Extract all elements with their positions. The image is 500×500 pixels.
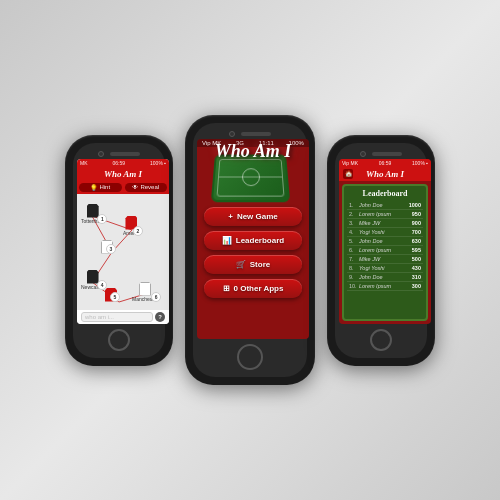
home-button-1[interactable]	[108, 329, 130, 351]
field-center-circle	[241, 168, 259, 186]
player-number-5: 5	[110, 292, 120, 302]
lb-name-7: Mike JW	[359, 256, 412, 262]
phone1-app-title: Who Am I	[104, 169, 142, 179]
field-logo: Who Am I	[213, 153, 293, 203]
leaderboard-row-5: 5. John Doe 630	[347, 237, 423, 246]
status-left-1: MK	[80, 160, 88, 166]
phone3-header: 🏠 Who Am I	[339, 167, 431, 181]
phone2-bottom-bar	[197, 339, 303, 373]
main-title: Who Am I	[215, 141, 291, 161]
leaderboard-row-3: 3. Mike JW 900	[347, 219, 423, 228]
status-battery-3: 100% ▪	[412, 160, 428, 166]
leaderboard-row-1: 1. John Doe 1000	[347, 201, 423, 210]
other-apps-label: 0 Other Apps	[234, 284, 284, 293]
phone1-header: Who Am I	[77, 167, 169, 181]
phone1-bottom-bar	[77, 324, 161, 354]
jersey-4	[87, 270, 99, 284]
lb-rank-5: 5.	[349, 238, 359, 244]
home-button-2[interactable]	[237, 344, 263, 370]
status-time-1: 06:59	[113, 160, 126, 166]
phone1-bottom: who am i... ?	[77, 310, 169, 324]
leaderboard-container: Leaderboard 1. John Doe 1000 2. Lorem Ip…	[342, 184, 428, 321]
speaker-phone2	[241, 132, 271, 136]
lb-rank-2: 2.	[349, 211, 359, 217]
logo-area: Who Am I	[209, 147, 297, 207]
hint-label: Hint	[99, 184, 110, 190]
player-number-1: 1	[97, 214, 107, 224]
camera-phone1	[98, 151, 104, 157]
leaderboard-row-2: 2. Lorem Ipsum 950	[347, 210, 423, 219]
phone1-controls: 💡 Hint 👁 Reveal	[77, 181, 169, 194]
speaker-phone3	[372, 152, 402, 156]
phone3-bottom-bar	[339, 324, 423, 354]
status-left-3: Vip MK	[342, 160, 358, 166]
home-button-3[interactable]	[370, 329, 392, 351]
leaderboard-list: 1. John Doe 1000 2. Lorem Ipsum 950 3. M…	[347, 201, 423, 291]
lb-name-9: John Doe	[359, 274, 412, 280]
lb-rank-10: 10.	[349, 283, 359, 289]
plus-icon: +	[228, 212, 233, 221]
lb-score-2: 950	[412, 211, 421, 217]
player-node-6: 6 Manchester	[132, 282, 158, 302]
player-node-5: 5	[105, 288, 117, 302]
leaderboard-row-10: 10. Lorem Ipsum 300	[347, 282, 423, 291]
lb-name-10: Lorem Ipsum	[359, 283, 412, 289]
phone-2: Vip MK 3G 11:11 100% Who Am I	[185, 115, 315, 385]
lb-name-6: Lorem Ipsum	[359, 247, 412, 253]
lb-score-1: 1000	[409, 202, 421, 208]
lb-name-4: Yogi Yoshi	[359, 229, 412, 235]
lb-rank-8: 8.	[349, 265, 359, 271]
lb-name-8: Yogi Yoshi	[359, 265, 412, 271]
player-node-1: 1 Tottenham	[81, 204, 104, 224]
help-button[interactable]: ?	[155, 312, 165, 322]
lb-score-10: 300	[412, 283, 421, 289]
lb-rank-3: 3.	[349, 220, 359, 226]
leaderboard-row-8: 8. Yogi Yoshi 430	[347, 264, 423, 273]
player-number-3: 3	[106, 244, 116, 254]
lb-score-7: 500	[412, 256, 421, 262]
eye-icon: 👁	[132, 184, 138, 190]
phone-1: MK 06:59 100% ▪ Who Am I 💡 Hint 👁	[65, 135, 173, 366]
lb-name-2: Lorem Ipsum	[359, 211, 412, 217]
lb-rank-1: 1.	[349, 202, 359, 208]
lb-score-8: 430	[412, 265, 421, 271]
other-apps-button[interactable]: ⊞ 0 Other Apps	[204, 279, 303, 298]
status-bar-phone3: Vip MK 06:59 100% ▪	[339, 159, 431, 167]
player-number-2: 2	[133, 226, 143, 236]
leaderboard-row-7: 7. Mike JW 500	[347, 255, 423, 264]
gameplay-field: 1 Tottenham 2 Arsenal 3	[77, 194, 169, 310]
lb-name-1: John Doe	[359, 202, 409, 208]
lb-score-9: 310	[412, 274, 421, 280]
lb-rank-9: 9.	[349, 274, 359, 280]
lb-name-3: Mike JW	[359, 220, 412, 226]
lb-score-3: 900	[412, 220, 421, 226]
status-bar-phone1: MK 06:59 100% ▪	[77, 159, 169, 167]
phone3-app-title: Who Am I	[366, 169, 404, 179]
leaderboard-row-6: 6. Lorem Ipsum 595	[347, 246, 423, 255]
lb-score-6: 595	[412, 247, 421, 253]
hint-button[interactable]: 💡 Hint	[79, 183, 122, 192]
screen-phone1: MK 06:59 100% ▪ Who Am I 💡 Hint 👁	[77, 159, 169, 324]
new-game-label: New Game	[237, 212, 278, 221]
screen-phone3: Vip MK 06:59 100% ▪ 🏠 Who Am I Leaderboa…	[339, 159, 431, 324]
speaker-phone1	[110, 152, 140, 156]
phone-3: Vip MK 06:59 100% ▪ 🏠 Who Am I Leaderboa…	[327, 135, 435, 366]
lightbulb-icon: 💡	[90, 184, 97, 191]
screen-phone2: Vip MK 3G 11:11 100% Who Am I	[197, 139, 309, 339]
store-button[interactable]: 🛒 Store	[204, 255, 303, 274]
chart-icon: 📊	[222, 236, 232, 245]
leaderboard-row-4: 4. Yogi Yoshi 700	[347, 228, 423, 237]
lb-rank-6: 6.	[349, 247, 359, 253]
grid-icon: ⊞	[223, 284, 230, 293]
home-icon[interactable]: 🏠	[343, 169, 353, 179]
guess-input-display[interactable]: who am i...	[81, 312, 153, 322]
game-title-overlay: Who Am I	[213, 141, 293, 162]
store-label: Store	[250, 260, 270, 269]
reveal-button[interactable]: 👁 Reveal	[125, 183, 168, 192]
player-number-6: 6	[151, 292, 161, 302]
player-node-4: 4 Newcastle	[81, 270, 104, 290]
player-node-2: 2 Arsenal	[123, 216, 140, 236]
leaderboard-row-9: 9. John Doe 310	[347, 273, 423, 282]
new-game-button[interactable]: + New Game	[204, 207, 303, 226]
leaderboard-button[interactable]: 📊 Leaderboard	[204, 231, 303, 250]
